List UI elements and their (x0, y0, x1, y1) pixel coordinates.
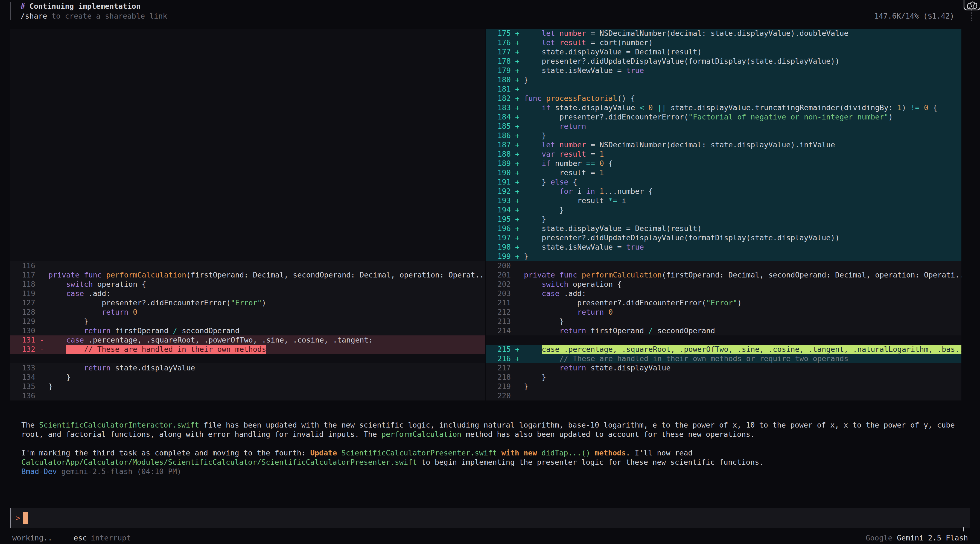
code-line: case .add: (524, 289, 961, 298)
code-line (48, 150, 485, 159)
line-number (10, 103, 35, 112)
diff-cell-new: 219} (485, 382, 961, 391)
message-segment: The (21, 421, 39, 429)
diff-marker (35, 140, 48, 150)
diff-marker: + (511, 168, 524, 177)
diff-marker (35, 103, 48, 112)
terminal-app: { "colors":{ "pageBg":"#0a0a0e","paneBg"… (0, 0, 980, 544)
diff-row: 193+ result *= i (10, 196, 961, 205)
share-command[interactable]: /share (21, 12, 47, 20)
diff-row: 131- case .percentage, .squareRoot, .pow… (10, 336, 961, 345)
prompt-char: > (16, 514, 20, 523)
diff-marker (35, 84, 48, 94)
code-line: state.isNewValue = true (524, 242, 961, 252)
diff-row: 191+ } else { (10, 177, 961, 187)
line-number (10, 242, 35, 252)
diff-row: 194+ } (10, 205, 961, 215)
line-number: 188 (485, 150, 511, 159)
diff-cell-old (10, 66, 485, 75)
diff-marker: + (511, 252, 524, 261)
diff-row: 184+ presenter?.didEncounterError("Facto… (10, 112, 961, 122)
session-title-text: Continuing implementation (30, 2, 140, 10)
line-number: 215 (485, 345, 511, 354)
title-hash: # (21, 2, 25, 10)
diff-row: 188+ var result = 1 (10, 150, 961, 159)
diff-marker: + (511, 122, 524, 131)
line-number (10, 75, 35, 84)
brain-app-icon (964, 0, 980, 10)
diff-cell-old (10, 159, 485, 168)
diff-row: 185+ return (10, 122, 961, 131)
diff-marker (35, 363, 48, 372)
diff-marker (511, 280, 524, 289)
diff-row: 136220 (10, 391, 961, 401)
line-number: 214 (485, 326, 511, 336)
code-line: presenter?.didEncounterError("Factorial … (524, 112, 961, 122)
diff-marker (511, 363, 524, 372)
line-number: 132 (10, 345, 35, 354)
code-line (48, 66, 485, 75)
diff-cell-new: 195+ } (485, 215, 961, 224)
diff-row: 116200 (10, 261, 961, 270)
diff-marker (35, 391, 48, 401)
diff-marker (511, 372, 524, 382)
code-line: presenter?.didEncounterError("Error") (524, 298, 961, 307)
line-number: 128 (10, 307, 35, 317)
diff-cell-new: 198+ state.isNewValue = true (485, 242, 961, 252)
diff-marker: + (511, 38, 524, 47)
line-number: 176 (485, 38, 511, 47)
diff-cell-new: 199+} (485, 252, 961, 261)
diff-cell-old (10, 38, 485, 47)
code-line (48, 84, 485, 94)
diff-cell-new (485, 336, 961, 345)
working-indicator: working.. (12, 533, 52, 542)
diff-cell-old: 131- case .percentage, .squareRoot, .pow… (10, 336, 485, 345)
model-indicator: Google Gemini 2.5 Flash (866, 533, 968, 542)
diff-row: 132- // These are handled in their own m… (10, 345, 961, 354)
line-number: 177 (485, 47, 511, 57)
diff-marker: + (511, 215, 524, 224)
line-number: 199 (485, 252, 511, 261)
diff-cell-old (10, 122, 485, 131)
diff-cell-old: 132- // These are handled in their own m… (10, 345, 485, 354)
diff-row: 216+ // These are handled in their own m… (10, 354, 961, 363)
line-number (10, 177, 35, 187)
message-segment: Bmad-Dev (21, 467, 57, 476)
assistant-message: The ScientificCalculatorInteractor.swift… (21, 420, 967, 476)
code-line: presenter?.didEncounterError("Error") (48, 298, 485, 307)
code-line: state.displayValue = Decimal(result) (524, 224, 961, 233)
diff-marker: + (511, 75, 524, 84)
diff-cell-new: 190+ result = 1 (485, 168, 961, 177)
chat-input[interactable]: > (10, 507, 970, 528)
code-line: if state.displayValue < 0 || state.displ… (524, 103, 961, 112)
diff-row: 175+ let number = NSDecimalNumber(decima… (10, 29, 961, 38)
diff-cell-old (10, 150, 485, 159)
diff-cell-old (10, 187, 485, 196)
code-line (48, 38, 485, 47)
diff-row: 129 }213 } (10, 317, 961, 326)
diff-cell-old: 135} (10, 382, 485, 391)
code-line: } (524, 317, 961, 326)
code-line (48, 354, 485, 363)
diff-cell-old (10, 75, 485, 84)
diff-row: 197+ presenter?.didUpdateDisplayValue(fo… (10, 233, 961, 242)
code-line (48, 168, 485, 177)
diff-row: 133 return state.displayValue217 return … (10, 363, 961, 372)
diff-row: 187+ let number = NSDecimalNumber(decima… (10, 140, 961, 150)
diff-marker (35, 57, 48, 66)
diff-marker (511, 326, 524, 336)
diff-marker: + (511, 66, 524, 75)
diff-cell-old (10, 354, 485, 363)
diff-marker (35, 372, 48, 382)
code-line: return state.displayValue (48, 363, 485, 372)
diff-row: 119 case .add:203 case .add: (10, 289, 961, 298)
scrollbar-thumb-bottom[interactable] (963, 527, 964, 531)
message-segment: ScientificCalculatorInteractor.swift (39, 421, 199, 429)
code-line: } (524, 205, 961, 215)
diff-marker: + (511, 112, 524, 122)
code-line: let number = NSDecimalNumber(decimal: st… (524, 140, 961, 150)
diff-panel: 175+ let number = NSDecimalNumber(decima… (10, 29, 961, 401)
line-number (10, 150, 35, 159)
line-number: 212 (485, 307, 511, 317)
diff-row: 177+ state.displayValue = Decimal(result… (10, 47, 961, 57)
